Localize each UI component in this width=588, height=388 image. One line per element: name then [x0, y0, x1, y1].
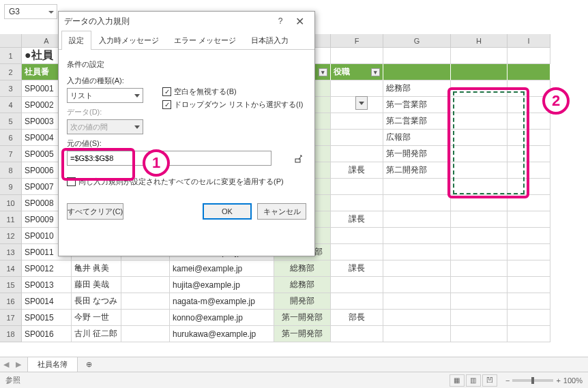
zoom-in-icon[interactable]: +	[556, 376, 560, 385]
ok-button[interactable]: OK	[203, 203, 252, 220]
column-header[interactable]: H	[451, 34, 508, 48]
row-header[interactable]: 7	[0, 146, 22, 162]
source-list-cell[interactable]	[383, 244, 451, 260]
sheet-nav-next[interactable]: ▶	[12, 359, 25, 371]
row-header[interactable]: 1	[0, 48, 22, 64]
column-header[interactable]: F	[331, 34, 383, 48]
range-picker-icon[interactable]	[293, 152, 305, 164]
cell[interactable]	[508, 244, 550, 260]
cell[interactable]	[508, 326, 550, 342]
cell[interactable]	[451, 195, 508, 211]
position-cell[interactable]	[331, 80, 383, 97]
dialog-tab[interactable]: 設定	[61, 31, 91, 50]
page-layout-view-button[interactable]: ▥	[466, 374, 481, 387]
cell[interactable]	[451, 228, 508, 244]
employee-email[interactable]: nagata-m@example.jp	[170, 293, 274, 310]
employee-name[interactable]: 藤田 美哉	[72, 277, 121, 293]
cell[interactable]	[331, 48, 383, 64]
table-header[interactable]: 役職	[331, 64, 383, 80]
normal-view-button[interactable]: ▦	[450, 374, 465, 387]
position-cell[interactable]	[331, 228, 383, 244]
employee-id[interactable]: SP0015	[22, 310, 72, 326]
row-header[interactable]: 15	[0, 277, 22, 293]
dialog-tab[interactable]: エラー メッセージ	[166, 31, 244, 50]
cell[interactable]	[451, 48, 508, 64]
sheet-nav-prev[interactable]: ◀	[0, 359, 12, 371]
row-header[interactable]: 11	[0, 211, 22, 228]
table-header[interactable]	[451, 64, 508, 80]
column-header[interactable]: I	[508, 34, 550, 48]
employee-email[interactable]: konno@example.jp	[170, 310, 274, 326]
position-cell[interactable]	[331, 326, 383, 342]
employee-name[interactable]: 長田 なつみ	[72, 293, 121, 310]
cell[interactable]	[508, 48, 550, 64]
page-break-view-button[interactable]: 凹	[482, 374, 497, 387]
row-header[interactable]: 10	[0, 195, 22, 211]
position-cell[interactable]	[331, 195, 383, 211]
employee-id[interactable]: SP0013	[22, 277, 72, 293]
department-cell[interactable]: 第一開発部	[274, 310, 331, 326]
cell[interactable]	[451, 310, 508, 326]
source-list-cell[interactable]: 第一開発部	[383, 146, 451, 162]
name-box[interactable]: G3	[4, 4, 57, 19]
cancel-button[interactable]: キャンセル	[257, 203, 306, 220]
employee-id[interactable]: SP0012	[22, 260, 72, 277]
position-cell[interactable]	[331, 293, 383, 310]
row-header[interactable]: 12	[0, 228, 22, 244]
position-cell[interactable]	[331, 277, 383, 293]
cell[interactable]	[508, 293, 550, 310]
department-cell[interactable]: 総務部	[274, 260, 331, 277]
position-cell[interactable]	[331, 244, 383, 260]
source-list-cell[interactable]: 第二開発部	[383, 162, 451, 179]
employee-name[interactable]: 今野 一世	[72, 310, 121, 326]
row-header[interactable]: 17	[0, 310, 22, 326]
position-cell[interactable]: 課長	[331, 162, 383, 179]
row-header[interactable]: 5	[0, 113, 22, 130]
cell[interactable]	[451, 326, 508, 342]
cell[interactable]	[508, 211, 550, 228]
cell[interactable]	[383, 48, 451, 64]
row-header[interactable]: 9	[0, 179, 22, 195]
add-sheet-button[interactable]: ⊕	[82, 358, 95, 372]
cell[interactable]	[451, 293, 508, 310]
employee-email[interactable]: kamei@example.jp	[170, 260, 274, 277]
source-list-cell[interactable]	[383, 211, 451, 228]
cell[interactable]	[121, 326, 170, 342]
zoom-control[interactable]: − + 100%	[505, 376, 583, 385]
source-list-cell[interactable]	[383, 326, 451, 342]
table-header[interactable]	[383, 64, 451, 80]
zoom-slider[interactable]	[512, 379, 553, 382]
row-header[interactable]: 4	[0, 97, 22, 113]
cell[interactable]	[121, 260, 170, 277]
cell[interactable]	[508, 195, 550, 211]
cell[interactable]	[121, 277, 170, 293]
in-cell-dropdown-checkbox[interactable]: ✓ドロップダウン リストから選択する(I)	[162, 100, 303, 110]
position-cell[interactable]	[331, 113, 383, 130]
ignore-blank-checkbox[interactable]: ✓空白を無視する(B)	[162, 87, 303, 97]
position-cell[interactable]	[331, 130, 383, 146]
dialog-tab[interactable]: 入力時メッセージ	[91, 31, 166, 50]
cell[interactable]	[451, 211, 508, 228]
row-header[interactable]: 2	[0, 64, 22, 80]
help-button[interactable]: ?	[271, 13, 290, 29]
position-cell[interactable]	[331, 146, 383, 162]
row-header[interactable]: 8	[0, 162, 22, 179]
clear-all-button[interactable]: すべてクリア(C)	[67, 203, 123, 220]
position-cell[interactable]: 部長	[331, 310, 383, 326]
department-cell[interactable]: 開発部	[274, 293, 331, 310]
source-list-cell[interactable]	[383, 228, 451, 244]
source-list-cell[interactable]	[383, 260, 451, 277]
row-header[interactable]: 13	[0, 244, 22, 260]
column-header[interactable]: G	[383, 34, 451, 48]
dialog-tab[interactable]: 日本語入力	[244, 31, 296, 50]
source-list-cell[interactable]	[383, 179, 451, 195]
cell[interactable]	[508, 310, 550, 326]
source-list-cell[interactable]: 第二営業部	[383, 113, 451, 130]
cell[interactable]	[451, 260, 508, 277]
source-list-cell[interactable]: 総務部	[383, 80, 451, 97]
employee-name[interactable]: 亀井 眞美	[72, 260, 121, 277]
apply-changes-checkbox[interactable]: 同じ入力規則が設定されたすべてのセルに変更を適用する(P)	[67, 177, 306, 187]
cell-dropdown-button[interactable]	[355, 96, 368, 110]
cell[interactable]	[508, 228, 550, 244]
zoom-out-icon[interactable]: −	[505, 376, 510, 385]
